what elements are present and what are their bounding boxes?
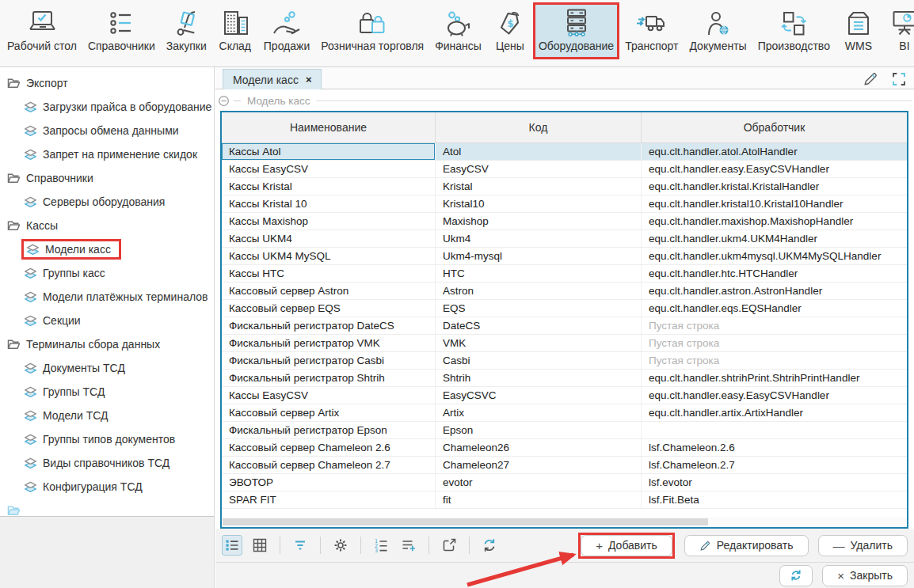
tree-item[interactable]: Загрузки прайса в оборудование xyxy=(0,95,214,119)
toolbar-item-transport[interactable]: Транспорт xyxy=(619,2,684,59)
table-row[interactable]: Кассы KristalKristalequ.clt.handler.kris… xyxy=(222,178,907,195)
table-row[interactable]: Кассы UKM4Ukm4equ.clt.handler.ukm4.UKM4H… xyxy=(222,230,907,248)
expand-icon[interactable] xyxy=(892,72,906,86)
code-cell[interactable]: Casbi xyxy=(436,352,642,369)
code-cell[interactable]: EasyCSV xyxy=(436,161,642,177)
toolbar-item-finance[interactable]: Финансы xyxy=(429,2,487,59)
tree-item[interactable]: Виды справочников ТСД xyxy=(0,451,214,475)
edit-button[interactable]: Редактировать xyxy=(684,535,809,556)
table-row[interactable]: ЭВОТОРevotorlsf.evotor xyxy=(222,474,907,491)
name-cell[interactable]: Фискальный регистратор DateCS xyxy=(222,317,436,334)
add-row-icon[interactable] xyxy=(398,535,419,556)
handler-cell[interactable]: Пустая строка xyxy=(642,352,907,369)
name-cell[interactable]: Кассы EasyCSV xyxy=(222,387,436,404)
toolbar-item-sales[interactable]: Продажи xyxy=(258,2,315,59)
tree-item[interactable]: Запрет на применение скидок xyxy=(0,142,214,166)
handler-cell[interactable]: lsf.evotor xyxy=(642,474,907,491)
table-row[interactable]: Кассовый сервер Chameleon 2.7Chameleon27… xyxy=(222,457,907,474)
table-row[interactable]: SPAR FITfitlsf.Fit.Beta xyxy=(222,491,907,509)
name-cell[interactable]: Кассовый сервер Chameleon 2.6 xyxy=(222,439,436,456)
code-cell[interactable]: Chameleon26 xyxy=(436,439,642,456)
toolbar-item-equipment[interactable]: Оборудование xyxy=(533,2,619,59)
name-cell[interactable]: Кассы HTC xyxy=(222,265,436,282)
toolbar-item-wms[interactable]: WMS xyxy=(836,2,882,59)
name-cell[interactable]: Кассы Maxishop xyxy=(222,213,436,230)
close-button[interactable]: × Закрыть xyxy=(822,565,908,586)
toolbar-item-documents[interactable]: Документы xyxy=(684,2,752,59)
name-cell[interactable]: Кассы Kristal 10 xyxy=(222,195,436,212)
toolbar-item-warehouse[interactable]: Склад xyxy=(212,2,258,59)
code-cell[interactable]: fit xyxy=(436,491,642,508)
name-cell[interactable]: Кассы Kristal xyxy=(222,178,436,195)
handler-cell[interactable]: equ.clt.handler.artix.ArtixHandler xyxy=(642,404,907,421)
table-row[interactable]: Кассы MaxishopMaxishopequ.clt.handler.ma… xyxy=(222,213,907,230)
reload-icon[interactable] xyxy=(479,535,500,556)
name-cell[interactable]: Фискальный регистратор Epson xyxy=(222,422,436,438)
tree-item[interactable]: Конфигурация ТСД xyxy=(0,475,214,499)
export-icon[interactable] xyxy=(439,535,459,556)
tab-close-icon[interactable]: × xyxy=(306,74,312,85)
tab-models-kass[interactable]: Модели касс × xyxy=(223,69,322,89)
name-cell[interactable]: Кассы Atol xyxy=(222,143,436,160)
table-row[interactable]: Фискальный регистратор CasbiCasbiПустая … xyxy=(222,352,907,370)
table-row[interactable]: Кассовый сервер Chameleon 2.6Chameleon26… xyxy=(222,439,907,457)
code-cell[interactable]: Epson xyxy=(436,422,642,438)
handler-cell[interactable]: equ.clt.handler.kristal10.Kristal10Handl… xyxy=(642,195,907,212)
grid-view-icon[interactable] xyxy=(249,535,270,556)
code-cell[interactable]: EQS xyxy=(436,300,642,317)
name-cell[interactable]: SPAR FIT xyxy=(222,491,436,508)
tree-item[interactable]: Терминалы сбора данных xyxy=(0,332,214,356)
add-button[interactable]: + Добавить xyxy=(581,535,672,556)
table-row[interactable]: Кассовый сервер EQSEQSequ.clt.handler.eq… xyxy=(222,300,907,317)
handler-cell[interactable]: equ.clt.handler.htc.HTCHandler xyxy=(642,265,907,282)
table-row[interactable]: Фискальный регистратор ShtrihShtrihequ.c… xyxy=(222,370,907,387)
name-cell[interactable]: Кассовый сервер Chameleon 2.7 xyxy=(222,457,436,473)
handler-cell[interactable]: equ.clt.handler.eqs.EQSHandler xyxy=(642,300,907,317)
toolbar-item-prices[interactable]: $Цены xyxy=(487,2,533,59)
numbered-list-icon[interactable]: 123 xyxy=(371,535,391,556)
horizontal-scrollbar[interactable] xyxy=(222,518,907,527)
code-cell[interactable]: Ukm4 xyxy=(436,230,642,247)
handler-cell[interactable]: equ.clt.handler.kristal.KristalHandler xyxy=(642,178,907,195)
handler-cell[interactable]: lsf.Chameleon.2.7 xyxy=(642,457,907,473)
toolbar-item-retail[interactable]: Розничная торговля xyxy=(315,2,429,59)
tree-item[interactable]: Группы типов документов xyxy=(0,427,214,451)
tree-item[interactable]: Серверы оборудования xyxy=(0,190,214,214)
table-row[interactable]: Кассы EasyCSVEasyCSVequ.clt.handler.easy… xyxy=(222,161,907,178)
handler-cell[interactable]: equ.clt.handler.ukm4.UKM4Handler xyxy=(642,230,907,247)
code-cell[interactable]: DateCS xyxy=(436,317,642,334)
code-cell[interactable]: Ukm4-mysql xyxy=(436,248,642,264)
collapse-icon[interactable] xyxy=(218,95,230,107)
toolbar-item-production[interactable]: Производство xyxy=(752,2,836,59)
table-row[interactable]: Кассы EasyCSVEasyCSVCequ.clt.handler.eas… xyxy=(222,387,907,404)
handler-cell[interactable]: equ.clt.handler.shtrihPrint.ShtrihPrintH… xyxy=(642,370,907,386)
table-row[interactable]: Фискальный регистратор DateCSDateCSПуста… xyxy=(222,317,907,335)
name-cell[interactable]: Кассы UKM4 MySQL xyxy=(222,248,436,264)
delete-button[interactable]: — Удалить xyxy=(818,535,908,556)
code-cell[interactable]: Shtrih xyxy=(436,370,642,386)
name-cell[interactable]: Кассы EasyCSV xyxy=(222,161,436,177)
table-row[interactable]: Кассовый сервер AstronAstronequ.clt.hand… xyxy=(222,283,907,300)
code-cell[interactable]: VMK xyxy=(436,335,642,351)
handler-cell[interactable]: lsf.Chameleon.2.6 xyxy=(642,439,907,456)
name-cell[interactable]: Кассы UKM4 xyxy=(222,230,436,247)
toolbar-item-purchases[interactable]: Закупки xyxy=(161,2,212,59)
refresh-button[interactable] xyxy=(779,565,813,586)
tree-item[interactable]: Запросы обмена данными xyxy=(0,119,214,142)
handler-cell[interactable]: equ.clt.handler.easy.EasyCSVHandler xyxy=(642,161,907,177)
tree-item[interactable]: Кассы xyxy=(0,214,214,237)
code-cell[interactable]: EasyCSVC xyxy=(436,387,642,404)
name-cell[interactable]: Кассовый сервер EQS xyxy=(222,300,436,317)
table-row[interactable]: Кассы HTCHTCequ.clt.handler.htc.HTCHandl… xyxy=(222,265,907,283)
table-row[interactable]: Фискальный регистратор VMKVMKПустая стро… xyxy=(222,335,907,352)
scrollbar-thumb[interactable] xyxy=(223,518,708,525)
handler-cell[interactable]: equ.clt.handler.maxishop.MaxishopHandler xyxy=(642,213,907,230)
code-cell[interactable]: HTC xyxy=(436,265,642,282)
code-cell[interactable]: Artix xyxy=(436,404,642,421)
settings-icon[interactable] xyxy=(330,535,351,556)
name-cell[interactable]: Фискальный регистратор Shtrih xyxy=(222,370,436,386)
handler-cell[interactable] xyxy=(642,422,907,438)
tree-item[interactable]: Группы касс xyxy=(0,261,214,285)
handler-cell[interactable]: lsf.Fit.Beta xyxy=(642,491,907,508)
table-row[interactable]: Кассы UKM4 MySQLUkm4-mysqlequ.clt.handle… xyxy=(222,248,907,265)
